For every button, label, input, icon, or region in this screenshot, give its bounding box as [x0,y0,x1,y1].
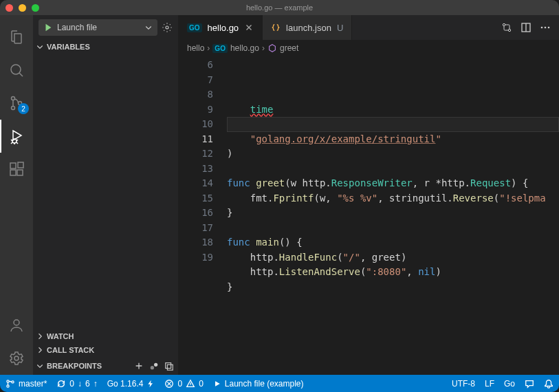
watch-section-header[interactable]: WATCH [33,329,178,343]
svg-rect-9 [18,162,23,168]
settings-gear-icon[interactable] [0,342,33,375]
account-icon[interactable] [0,309,33,342]
source-control-badge: 2 [18,103,29,114]
svg-rect-6 [10,163,16,168]
json-file-icon [271,23,281,32]
debug-sidebar: Launch file VARIABLES WATCH CALL STACK [33,15,179,375]
remove-breakpoints-icon[interactable] [163,360,175,372]
svg-point-23 [548,27,550,29]
svg-point-15 [154,363,157,367]
svg-marker-28 [215,381,220,386]
compare-icon[interactable] [501,22,512,33]
go-file-icon: GO [187,23,202,32]
svg-rect-16 [166,363,171,369]
play-icon [43,23,53,32]
svg-point-24 [7,380,9,382]
split-editor-icon[interactable] [520,22,531,33]
svg-point-14 [151,366,154,369]
warning-icon [186,379,195,389]
window-controls [6,4,39,12]
chevron-down-icon [144,23,153,32]
encoding-status[interactable]: UTF-8 [452,379,475,389]
chevron-right-icon [36,332,44,340]
breakpoints-section-header[interactable]: BREAKPOINTS [33,357,178,375]
svg-point-21 [541,27,543,29]
bolt-icon [146,380,155,388]
editor-area: GO hello.go launch.json U hello › [179,15,559,375]
watch-label: WATCH [47,332,74,340]
breadcrumb-folder[interactable]: hello [187,43,204,53]
svg-point-1 [12,97,15,100]
chevron-down-icon [36,362,44,370]
svg-point-25 [7,384,9,386]
svg-point-0 [11,65,21,74]
toggle-breakpoints-icon[interactable] [148,360,160,372]
breadcrumb-symbol[interactable]: greet [267,43,298,53]
svg-marker-12 [46,24,52,32]
call-stack-section-header[interactable]: CALL STACK [33,343,178,357]
debug-icon [213,380,221,388]
svg-point-13 [166,26,168,29]
svg-point-10 [14,320,19,325]
launch-config-status[interactable]: Launch file (example) [213,379,304,389]
tab-hello-go[interactable]: GO hello.go [179,15,263,40]
minimize-window-button[interactable] [19,4,26,12]
language-mode-status[interactable]: Go [504,379,515,389]
chevron-right-icon: › [261,43,266,53]
feedback-icon[interactable] [525,379,534,389]
extensions-icon[interactable] [0,153,33,186]
line-number-gutter: 678910111213141516171819 [179,56,227,375]
svg-rect-8 [17,170,23,175]
activity-bar: 2 [0,15,33,375]
run-debug-icon[interactable] [0,120,33,153]
tab-bar: GO hello.go launch.json U [179,15,559,40]
launch-config-dropdown[interactable]: Launch file [39,19,157,36]
svg-point-2 [12,107,15,110]
svg-point-18 [503,23,505,25]
problems-status[interactable]: 0 0 [164,379,203,389]
explorer-icon[interactable] [0,21,33,54]
variables-section-header[interactable]: VARIABLES [33,40,178,54]
branch-icon [6,379,15,389]
notifications-icon[interactable] [544,379,553,389]
svg-point-26 [12,380,14,382]
tab-launch-json[interactable]: launch.json U [263,15,352,40]
launch-config-label: Launch file [57,23,97,32]
more-actions-icon[interactable] [540,22,551,33]
breadcrumb[interactable]: hello › GO hello.go › greet [179,40,559,56]
add-breakpoint-icon[interactable] [133,360,145,372]
configure-launch-icon[interactable] [162,22,173,33]
go-version-status[interactable]: Go 1.16.4 [107,379,155,389]
tab-label: launch.json [286,23,331,33]
tab-label: hello.go [208,23,239,33]
eol-status[interactable]: LF [485,379,494,389]
chevron-down-icon [36,43,44,51]
svg-rect-7 [10,170,16,175]
source-control-icon[interactable]: 2 [0,87,33,120]
title-bar: hello.go — example [0,0,559,15]
sync-icon [56,379,66,389]
tab-git-status: U [337,23,343,33]
svg-point-11 [14,356,19,360]
code-editor[interactable]: 678910111213141516171819 time "golang.or… [179,56,559,375]
search-icon[interactable] [0,54,33,87]
error-icon [164,379,174,389]
svg-point-22 [545,27,547,29]
maximize-window-button[interactable] [32,4,39,12]
close-tab-icon[interactable] [244,23,254,32]
chevron-right-icon: › [206,43,211,53]
breakpoints-label: BREAKPOINTS [47,362,102,370]
go-file-icon: GO [212,44,228,53]
code-content[interactable]: time "golang.org/x/example/stringutil") … [227,56,559,375]
breadcrumb-file[interactable]: GO hello.go [212,43,259,53]
close-window-button[interactable] [6,4,13,12]
window-title: hello.go — example [246,3,313,12]
symbol-method-icon [267,43,277,53]
git-sync-status[interactable]: 0↓ 6↑ [56,379,97,389]
svg-point-19 [508,29,510,31]
chevron-right-icon [36,346,44,354]
git-branch-status[interactable]: master* [6,379,47,389]
variables-label: VARIABLES [47,43,90,51]
status-bar: master* 0↓ 6↑ Go 1.16.4 0 0 Launch file … [0,375,559,392]
svg-rect-17 [167,364,173,370]
